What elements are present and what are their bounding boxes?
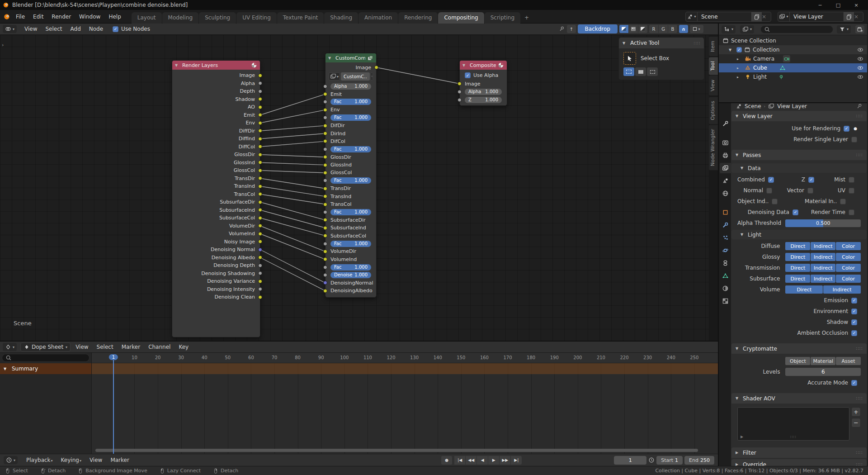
menu-view[interactable]: View [71, 342, 92, 352]
checkbox[interactable] [849, 188, 854, 194]
fac-slider[interactable]: Fac1.000 [330, 209, 371, 215]
new-scene-button[interactable] [751, 12, 762, 21]
expand-triangle-icon[interactable]: ▼ [729, 48, 734, 52]
timeline-ruler[interactable]: 1020304050607080901001101201301401501601… [92, 353, 718, 363]
input-socket-fac[interactable] [323, 210, 327, 214]
diffuse-direct-button[interactable]: Direct [785, 242, 810, 250]
glossy-indirect-button[interactable]: Indirect [811, 253, 835, 261]
properties-tab-object[interactable] [720, 207, 731, 218]
crypto-asset-button[interactable]: Asset [836, 357, 861, 365]
snap-target-dropdown[interactable]: ▾ [690, 25, 703, 33]
glossy-color-button[interactable]: Color [836, 253, 861, 261]
prop-check-render-time[interactable]: Render Time [805, 209, 861, 215]
node-custom-combine[interactable]: ▼ CustomCombine Image [325, 53, 377, 298]
node-group-name[interactable]: CustomC.. [341, 72, 370, 81]
previous-keyframe-button[interactable]: ◀◀ [466, 456, 476, 465]
checkbox[interactable] [807, 188, 813, 194]
outliner-search-input[interactable] [772, 27, 830, 32]
levels-field[interactable]: 6 [785, 368, 861, 376]
subpanel-header-data[interactable]: ▼Data [731, 163, 867, 173]
input-socket-difcol[interactable] [323, 139, 327, 143]
jump-to-start-button[interactable]: |◀ [454, 456, 465, 465]
output-socket-volumeind[interactable] [258, 232, 262, 236]
menu-view[interactable]: View [20, 24, 41, 34]
prop-check-object-ind[interactable]: Object Ind.. [737, 198, 805, 204]
checkbox[interactable] [851, 137, 857, 142]
input-socket-denoisingalbedo[interactable] [323, 289, 327, 293]
output-socket-env[interactable] [258, 121, 262, 125]
hide-eye-icon[interactable] [857, 74, 863, 80]
menu-marker[interactable]: Marker [106, 455, 133, 465]
input-socket-volumeind[interactable] [323, 257, 327, 261]
close-button[interactable]: × [847, 0, 865, 10]
menu-keying[interactable]: Keying▾ [57, 455, 85, 465]
output-socket-ao[interactable] [258, 105, 262, 109]
checkbox[interactable] [840, 199, 846, 204]
properties-tab-modifiers[interactable] [720, 220, 731, 230]
auto-keyframe-clock-icon[interactable] [648, 457, 655, 463]
properties-tab-object-data[interactable] [720, 271, 731, 281]
workspace-tab-texture-paint[interactable]: Texture Paint [277, 12, 324, 24]
backdrop-green-button[interactable]: G [659, 25, 668, 33]
output-socket-denoising-depth[interactable] [258, 263, 262, 267]
prop-check-material-in[interactable]: Material In.. [805, 198, 861, 204]
filter-dropdown[interactable]: ▾ [837, 25, 851, 33]
record-button[interactable]: ● [441, 456, 452, 465]
node-composite[interactable]: ▼ Composite ✓ Use Alpha [459, 60, 507, 106]
outliner-item-light[interactable]: ▸ Light [719, 72, 867, 81]
collection-checkbox[interactable]: ✓ [736, 47, 742, 52]
checkbox[interactable] [849, 177, 854, 183]
next-keyframe-button[interactable]: ▶▶ [500, 456, 510, 465]
output-socket-subsurfacedir[interactable] [258, 200, 262, 204]
input-socket-glosscol[interactable] [323, 171, 327, 175]
play-button[interactable]: ▶ [488, 456, 499, 465]
input-socket-difdir[interactable] [323, 124, 327, 128]
aov-list-box[interactable]: ▶∷∷ [737, 407, 849, 441]
properties-tab-output[interactable] [720, 150, 731, 161]
checkbox[interactable]: ✓ [851, 380, 857, 386]
properties-tab-particles[interactable] [720, 233, 731, 243]
workspace-tab-modeling[interactable]: Modeling [162, 12, 199, 24]
subsurface-indirect-button[interactable]: Indirect [811, 275, 835, 283]
play-reverse-button[interactable]: ◀ [477, 456, 488, 465]
transmission-direct-button[interactable]: Direct [785, 264, 810, 272]
output-socket-denoising-intensity[interactable] [258, 287, 262, 291]
output-socket-subsurfacecol[interactable] [258, 216, 262, 220]
input-socket-transind[interactable] [323, 195, 327, 199]
input-socket-fac[interactable] [323, 116, 327, 120]
panel-header-cryptomatte[interactable]: ▼Cryptomatte∷∷ [731, 343, 867, 354]
select-mode-extend-button[interactable] [635, 67, 646, 76]
output-socket-glossdir[interactable] [258, 152, 262, 157]
output-socket-glossind[interactable] [258, 161, 262, 165]
properties-tab-tool[interactable] [720, 119, 731, 129]
workspace-tab-sculpting[interactable]: Sculpting [199, 12, 236, 24]
menu-view[interactable]: View [85, 455, 106, 465]
properties-tab-material[interactable] [720, 283, 731, 294]
node-group-selector[interactable]: ▾ CustomC.. [326, 71, 376, 82]
add-workspace-button[interactable]: + [521, 12, 533, 24]
diffuse-indirect-button[interactable]: Indirect [811, 242, 835, 250]
menu-render[interactable]: Render [47, 12, 75, 22]
checkbox[interactable]: ✓ [851, 309, 857, 314]
sidebar-tab-options[interactable]: Options [709, 97, 718, 124]
diffuse-color-button[interactable]: Color [836, 242, 861, 250]
menu-select[interactable]: Select [93, 342, 118, 352]
input-socket-volumedir[interactable] [323, 249, 327, 253]
output-socket-denoising-shadowing[interactable] [258, 271, 262, 276]
backdrop-red-button[interactable]: R [649, 25, 658, 33]
output-socket-denoising-clean[interactable] [258, 295, 262, 299]
input-socket-env[interactable] [323, 108, 327, 112]
workspace-tab-rendering[interactable]: Rendering [398, 12, 438, 24]
workspace-tab-animation[interactable]: Animation [359, 12, 398, 24]
current-frame-badge[interactable]: 1 [109, 354, 118, 360]
fac-slider[interactable]: Fac1.000 [330, 146, 371, 152]
output-socket-subsurfaceind[interactable] [258, 208, 262, 212]
menu-window[interactable]: Window [75, 12, 104, 22]
output-socket-alpha[interactable] [258, 81, 262, 86]
checkbox[interactable]: ✓ [768, 177, 774, 183]
output-socket-shadow[interactable] [258, 97, 262, 101]
checkbox[interactable]: ✓ [851, 298, 857, 304]
select-mode-set-button[interactable] [623, 67, 634, 76]
outliner-item-cube[interactable]: ▸ Cube [719, 63, 867, 72]
output-socket-transind[interactable] [258, 184, 262, 188]
